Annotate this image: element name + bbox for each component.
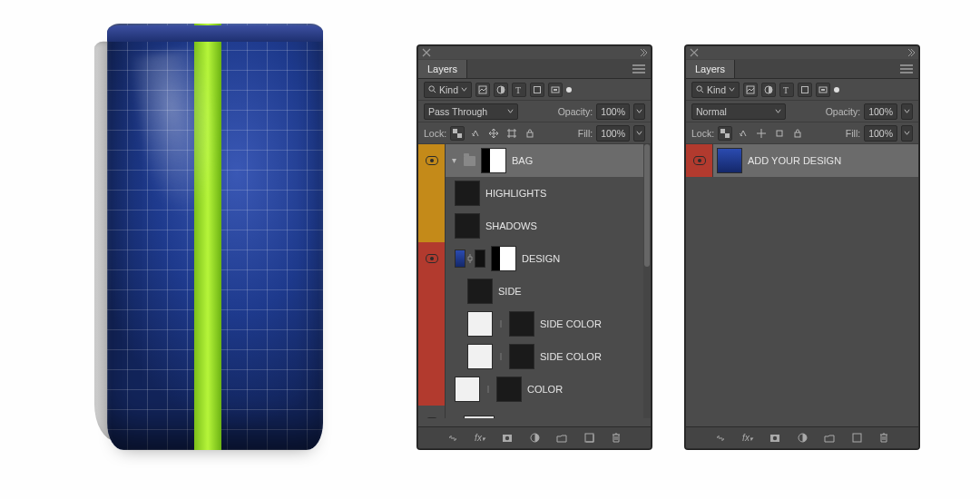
- panel-menu-icon[interactable]: [627, 64, 651, 73]
- layer-row[interactable]: BAG: [418, 144, 651, 177]
- new-layer-icon[interactable]: [849, 431, 864, 445]
- layer-row[interactable]: SHADOWS: [418, 210, 651, 242]
- filter-active-dot: [566, 87, 572, 93]
- lock-position-icon[interactable]: [754, 126, 769, 141]
- new-group-icon[interactable]: [554, 431, 569, 445]
- lock-artboard-icon[interactable]: [505, 126, 519, 141]
- adjustment-layer-icon[interactable]: [795, 431, 809, 445]
- lock-artboard-icon[interactable]: [772, 126, 787, 141]
- opacity-chevron[interactable]: [633, 103, 645, 120]
- blend-mode-select[interactable]: Pass Through: [424, 103, 518, 120]
- visibility-toggle[interactable]: [418, 340, 446, 373]
- visibility-toggle[interactable]: [686, 144, 713, 177]
- visibility-toggle[interactable]: [418, 210, 446, 242]
- filter-row: Kind T: [686, 79, 918, 101]
- visibility-toggle[interactable]: [418, 275, 446, 308]
- opacity-input[interactable]: 100%: [864, 103, 897, 120]
- layer-fx-icon[interactable]: fx▾: [740, 431, 755, 445]
- panel-menu-icon[interactable]: [895, 64, 918, 73]
- link-layers-icon[interactable]: [446, 431, 460, 445]
- scrollbar[interactable]: [643, 144, 651, 418]
- layer-row[interactable]: DESIGN: [418, 242, 651, 275]
- lock-position-icon[interactable]: [486, 126, 501, 141]
- layer-mask-icon[interactable]: [500, 431, 514, 445]
- opacity-value: 100%: [601, 106, 625, 117]
- visibility-toggle[interactable]: [418, 406, 446, 418]
- delete-layer-icon[interactable]: [609, 431, 623, 445]
- layer-row[interactable]: SIDE: [418, 275, 651, 308]
- visibility-toggle[interactable]: [418, 144, 446, 177]
- svg-rect-7: [453, 129, 457, 133]
- layer-row[interactable]: SIDE COLOR: [418, 340, 651, 373]
- panel-titlebar-controls: [418, 46, 651, 59]
- bag-top-seal: [107, 25, 323, 42]
- layer-row[interactable]: HIGHLIGHTS: [418, 177, 651, 210]
- filter-adjust-icon[interactable]: [494, 83, 508, 97]
- layer-mask-thumbnail: [491, 246, 516, 271]
- opacity-chevron[interactable]: [901, 103, 913, 120]
- layer-name: SIDE COLOR: [540, 351, 602, 362]
- delete-layer-icon[interactable]: [877, 431, 891, 445]
- fill-input[interactable]: 100%: [864, 125, 897, 142]
- layer-name: DROP SHADOW: [500, 416, 576, 418]
- opacity-input[interactable]: 100%: [596, 103, 630, 120]
- layer-row[interactable]: DROP SHADOW: [418, 406, 651, 418]
- lock-image-icon[interactable]: [736, 126, 750, 141]
- filter-adjust-icon[interactable]: [761, 83, 776, 97]
- filter-kind-select[interactable]: Kind: [424, 82, 472, 98]
- new-group-icon[interactable]: [822, 431, 837, 445]
- layer-thumbnail: [717, 148, 742, 173]
- filter-smart-icon[interactable]: [816, 83, 830, 97]
- layer-thumbnail: [455, 377, 480, 402]
- svg-rect-6: [554, 89, 557, 91]
- visibility-toggle[interactable]: [418, 373, 446, 406]
- blend-mode-select[interactable]: Normal: [691, 103, 786, 120]
- lock-image-icon[interactable]: [468, 126, 483, 141]
- filter-pixel-icon[interactable]: [743, 83, 758, 97]
- scrollbar-thumb[interactable]: [644, 144, 650, 267]
- layer-mask-icon[interactable]: [768, 431, 782, 445]
- layer-fx-icon[interactable]: fx▾: [473, 431, 487, 445]
- filter-type-icon[interactable]: T: [779, 83, 794, 97]
- adjustment-layer-icon[interactable]: [527, 431, 542, 445]
- lock-all-icon[interactable]: [523, 126, 537, 141]
- bag-front: [107, 24, 323, 450]
- layer-row[interactable]: COLOR: [418, 373, 651, 406]
- fill-input[interactable]: 100%: [596, 125, 630, 142]
- tab-layers[interactable]: Layers: [686, 60, 735, 78]
- layer-thumbnail: [455, 213, 480, 239]
- visibility-toggle[interactable]: [418, 308, 446, 340]
- filter-smart-icon[interactable]: [548, 83, 563, 97]
- collapse-icon[interactable]: [638, 48, 647, 57]
- collapse-icon[interactable]: [906, 48, 915, 57]
- lock-all-icon[interactable]: [790, 126, 805, 141]
- close-icon[interactable]: [690, 48, 699, 57]
- new-layer-icon[interactable]: [582, 431, 596, 445]
- filter-type-icon[interactable]: T: [512, 83, 526, 97]
- layer-row[interactable]: ADD YOUR DESIGN: [686, 144, 918, 177]
- svg-rect-19: [802, 86, 808, 93]
- svg-point-27: [773, 435, 777, 439]
- tab-layers[interactable]: Layers: [418, 60, 467, 78]
- fill-label: Fill:: [578, 128, 593, 139]
- visibility-toggle[interactable]: [418, 242, 446, 275]
- filter-shape-icon[interactable]: [798, 83, 812, 97]
- layer-mask-thumbnail: [509, 311, 534, 337]
- filter-kind-select[interactable]: Kind: [691, 82, 740, 98]
- filter-pixel-icon[interactable]: [475, 83, 490, 97]
- filter-shape-icon[interactable]: [530, 83, 544, 97]
- tab-label: Layers: [427, 64, 457, 74]
- panel-footer: fx▾: [418, 426, 651, 448]
- fill-chevron[interactable]: [901, 125, 913, 142]
- lock-transparency-icon[interactable]: [718, 126, 732, 141]
- opacity-label: Opacity:: [826, 106, 861, 117]
- layer-row[interactable]: SIDE COLOR: [418, 308, 651, 340]
- lock-transparency-icon[interactable]: [450, 126, 465, 141]
- layer-mask-thumbnail: [509, 344, 534, 369]
- visibility-toggle[interactable]: [418, 177, 446, 210]
- disclosure-icon[interactable]: [449, 158, 458, 164]
- close-icon[interactable]: [422, 48, 431, 57]
- fill-chevron[interactable]: [633, 125, 645, 142]
- product-mockup: [98, 24, 328, 459]
- link-layers-icon[interactable]: [713, 431, 728, 445]
